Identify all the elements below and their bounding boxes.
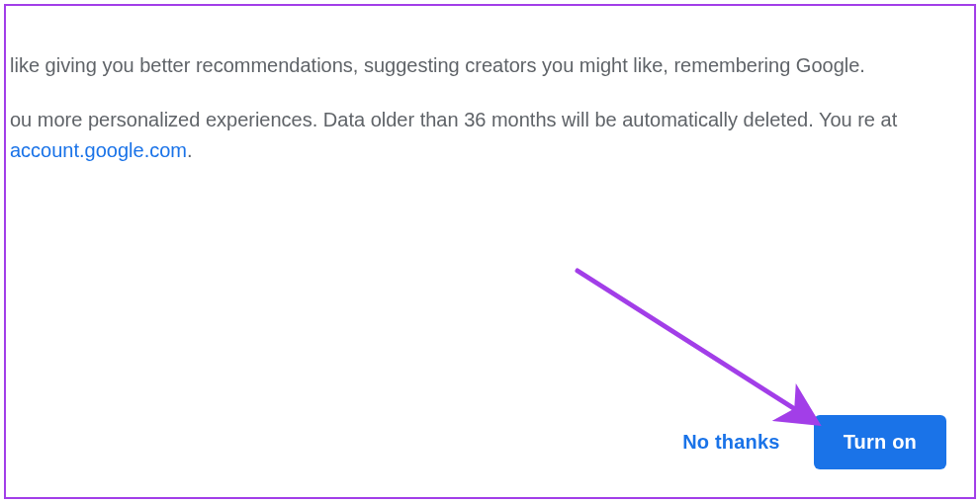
dialog-frame: like giving you better recommendations, …	[4, 4, 976, 499]
svg-line-0	[578, 271, 809, 418]
description-period: .	[187, 139, 193, 161]
dialog-button-row: No thanks Turn on	[676, 415, 946, 469]
account-link[interactable]: account.google.com	[10, 139, 187, 161]
description-paragraph-1: like giving you better recommendations, …	[10, 50, 944, 81]
description-text-1: like giving you better recommendations, …	[10, 54, 865, 76]
dialog-content: like giving you better recommendations, …	[6, 6, 974, 166]
description-paragraph-2: ou more personalized experiences. Data o…	[10, 105, 944, 166]
description-text-2: ou more personalized experiences. Data o…	[10, 109, 897, 130]
turn-on-button[interactable]: Turn on	[814, 415, 946, 469]
no-thanks-button[interactable]: No thanks	[676, 421, 785, 463]
